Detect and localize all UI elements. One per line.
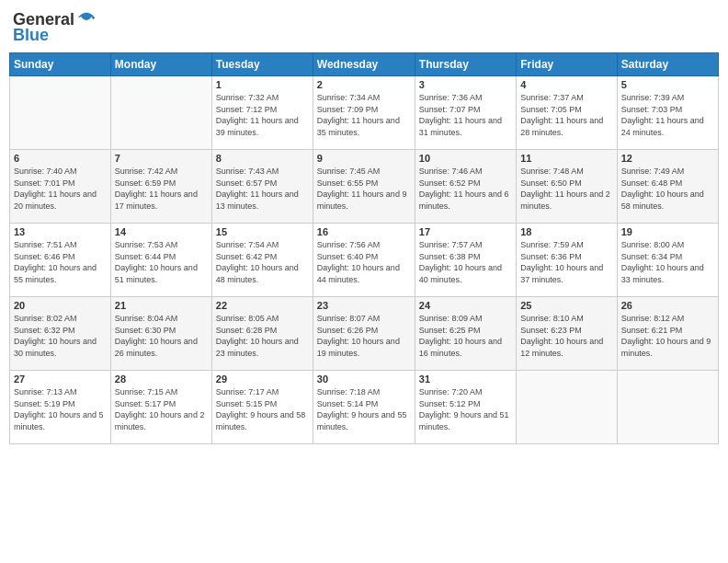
logo-bird-icon: [76, 9, 97, 29]
day-info: Sunrise: 7:13 AM Sunset: 5:19 PM Dayligh…: [14, 386, 107, 432]
day-header-sunday: Sunday: [10, 53, 111, 76]
calendar-cell: 26Sunrise: 8:12 AM Sunset: 6:21 PM Dayli…: [617, 297, 718, 371]
day-header-monday: Monday: [110, 53, 211, 76]
calendar-cell: [617, 371, 718, 444]
day-info: Sunrise: 7:46 AM Sunset: 6:52 PM Dayligh…: [419, 166, 512, 212]
day-number: 27: [14, 373, 107, 385]
calendar-cell: 15Sunrise: 7:54 AM Sunset: 6:42 PM Dayli…: [211, 224, 313, 297]
day-info: Sunrise: 7:20 AM Sunset: 5:12 PM Dayligh…: [419, 386, 512, 432]
calendar-week-row: 1Sunrise: 7:32 AM Sunset: 7:12 PM Daylig…: [10, 76, 719, 150]
day-info: Sunrise: 7:36 AM Sunset: 7:07 PM Dayligh…: [419, 92, 512, 138]
day-info: Sunrise: 7:48 AM Sunset: 6:50 PM Dayligh…: [520, 166, 612, 212]
day-number: 23: [317, 300, 411, 311]
logo: General Blue: [13, 9, 97, 45]
calendar-cell: 11Sunrise: 7:48 AM Sunset: 6:50 PM Dayli…: [517, 150, 617, 224]
day-info: Sunrise: 8:09 AM Sunset: 6:25 PM Dayligh…: [419, 313, 512, 359]
calendar-cell: 29Sunrise: 7:17 AM Sunset: 5:15 PM Dayli…: [211, 371, 313, 444]
calendar-cell: 12Sunrise: 7:49 AM Sunset: 6:48 PM Dayli…: [617, 150, 718, 224]
calendar-cell: 31Sunrise: 7:20 AM Sunset: 5:12 PM Dayli…: [415, 371, 516, 444]
calendar-cell: 9Sunrise: 7:45 AM Sunset: 6:55 PM Daylig…: [313, 150, 415, 224]
day-number: 12: [621, 153, 714, 164]
day-number: 18: [520, 226, 612, 237]
day-header-wednesday: Wednesday: [313, 53, 415, 76]
calendar-cell: 17Sunrise: 7:57 AM Sunset: 6:38 PM Dayli…: [415, 224, 516, 297]
day-number: 29: [216, 373, 309, 385]
calendar-week-row: 20Sunrise: 8:02 AM Sunset: 6:32 PM Dayli…: [10, 297, 719, 371]
days-header-row: SundayMondayTuesdayWednesdayThursdayFrid…: [10, 53, 719, 76]
day-info: Sunrise: 7:59 AM Sunset: 6:36 PM Dayligh…: [520, 239, 612, 285]
day-number: 26: [621, 300, 714, 311]
calendar-week-row: 13Sunrise: 7:51 AM Sunset: 6:46 PM Dayli…: [10, 224, 719, 297]
calendar-cell: 8Sunrise: 7:43 AM Sunset: 6:57 PM Daylig…: [211, 150, 313, 224]
day-info: Sunrise: 7:51 AM Sunset: 6:46 PM Dayligh…: [14, 239, 107, 285]
day-info: Sunrise: 7:53 AM Sunset: 6:44 PM Dayligh…: [115, 239, 208, 285]
calendar-cell: [110, 76, 211, 150]
day-number: 3: [419, 79, 512, 90]
calendar-cell: 24Sunrise: 8:09 AM Sunset: 6:25 PM Dayli…: [415, 297, 516, 371]
day-info: Sunrise: 7:56 AM Sunset: 6:40 PM Dayligh…: [317, 239, 411, 285]
calendar-cell: 27Sunrise: 7:13 AM Sunset: 5:19 PM Dayli…: [10, 371, 111, 444]
day-info: Sunrise: 7:17 AM Sunset: 5:15 PM Dayligh…: [216, 386, 309, 432]
day-info: Sunrise: 7:49 AM Sunset: 6:48 PM Dayligh…: [621, 166, 714, 212]
calendar-cell: 16Sunrise: 7:56 AM Sunset: 6:40 PM Dayli…: [313, 224, 415, 297]
day-number: 7: [115, 153, 208, 164]
calendar-cell: 6Sunrise: 7:40 AM Sunset: 7:01 PM Daylig…: [10, 150, 111, 224]
day-number: 4: [520, 79, 612, 90]
page-header: General Blue: [9, 9, 719, 45]
logo-text: General Blue: [13, 9, 97, 45]
day-number: 15: [216, 226, 309, 237]
calendar-cell: 22Sunrise: 8:05 AM Sunset: 6:28 PM Dayli…: [211, 297, 313, 371]
day-number: 30: [317, 373, 411, 385]
day-info: Sunrise: 7:42 AM Sunset: 6:59 PM Dayligh…: [115, 166, 208, 212]
calendar-table: SundayMondayTuesdayWednesdayThursdayFrid…: [9, 52, 719, 444]
day-info: Sunrise: 7:45 AM Sunset: 6:55 PM Dayligh…: [317, 166, 411, 212]
calendar-week-row: 27Sunrise: 7:13 AM Sunset: 5:19 PM Dayli…: [10, 371, 719, 444]
day-info: Sunrise: 7:57 AM Sunset: 6:38 PM Dayligh…: [419, 239, 512, 285]
day-number: 11: [520, 153, 612, 164]
day-number: 5: [621, 79, 714, 90]
calendar-cell: 18Sunrise: 7:59 AM Sunset: 6:36 PM Dayli…: [517, 224, 617, 297]
day-info: Sunrise: 8:05 AM Sunset: 6:28 PM Dayligh…: [216, 313, 309, 359]
day-info: Sunrise: 7:43 AM Sunset: 6:57 PM Dayligh…: [216, 166, 309, 212]
day-info: Sunrise: 7:40 AM Sunset: 7:01 PM Dayligh…: [14, 166, 107, 212]
calendar-cell: 4Sunrise: 7:37 AM Sunset: 7:05 PM Daylig…: [517, 76, 617, 150]
day-number: 14: [115, 226, 208, 237]
calendar-cell: 14Sunrise: 7:53 AM Sunset: 6:44 PM Dayli…: [110, 224, 211, 297]
calendar-cell: [517, 371, 617, 444]
day-header-saturday: Saturday: [617, 53, 718, 76]
day-number: 1: [216, 79, 309, 90]
day-info: Sunrise: 8:10 AM Sunset: 6:23 PM Dayligh…: [520, 313, 612, 359]
day-number: 17: [419, 226, 512, 237]
calendar-cell: 28Sunrise: 7:15 AM Sunset: 5:17 PM Dayli…: [110, 371, 211, 444]
day-number: 19: [621, 226, 714, 237]
day-info: Sunrise: 7:37 AM Sunset: 7:05 PM Dayligh…: [520, 92, 612, 138]
day-header-tuesday: Tuesday: [211, 53, 313, 76]
day-header-friday: Friday: [517, 53, 617, 76]
calendar-cell: 1Sunrise: 7:32 AM Sunset: 7:12 PM Daylig…: [211, 76, 313, 150]
day-number: 21: [115, 300, 208, 311]
calendar-cell: 2Sunrise: 7:34 AM Sunset: 7:09 PM Daylig…: [313, 76, 415, 150]
calendar-cell: 23Sunrise: 8:07 AM Sunset: 6:26 PM Dayli…: [313, 297, 415, 371]
day-number: 24: [419, 300, 512, 311]
day-number: 2: [317, 79, 411, 90]
calendar-cell: 20Sunrise: 8:02 AM Sunset: 6:32 PM Dayli…: [10, 297, 111, 371]
day-info: Sunrise: 7:32 AM Sunset: 7:12 PM Dayligh…: [216, 92, 309, 138]
calendar-cell: 25Sunrise: 8:10 AM Sunset: 6:23 PM Dayli…: [517, 297, 617, 371]
calendar-cell: 10Sunrise: 7:46 AM Sunset: 6:52 PM Dayli…: [415, 150, 516, 224]
day-info: Sunrise: 8:07 AM Sunset: 6:26 PM Dayligh…: [317, 313, 411, 359]
calendar-cell: 7Sunrise: 7:42 AM Sunset: 6:59 PM Daylig…: [110, 150, 211, 224]
day-info: Sunrise: 7:15 AM Sunset: 5:17 PM Dayligh…: [115, 386, 208, 432]
calendar-week-row: 6Sunrise: 7:40 AM Sunset: 7:01 PM Daylig…: [10, 150, 719, 224]
calendar-cell: 13Sunrise: 7:51 AM Sunset: 6:46 PM Dayli…: [10, 224, 111, 297]
day-info: Sunrise: 8:02 AM Sunset: 6:32 PM Dayligh…: [14, 313, 107, 359]
day-number: 22: [216, 300, 309, 311]
day-number: 20: [14, 300, 107, 311]
calendar-cell: [10, 76, 111, 150]
day-number: 9: [317, 153, 411, 164]
calendar-cell: 21Sunrise: 8:04 AM Sunset: 6:30 PM Dayli…: [110, 297, 211, 371]
calendar-cell: 30Sunrise: 7:18 AM Sunset: 5:14 PM Dayli…: [313, 371, 415, 444]
day-number: 25: [520, 300, 612, 311]
day-number: 10: [419, 153, 512, 164]
day-number: 8: [216, 153, 309, 164]
day-info: Sunrise: 7:18 AM Sunset: 5:14 PM Dayligh…: [317, 386, 411, 432]
